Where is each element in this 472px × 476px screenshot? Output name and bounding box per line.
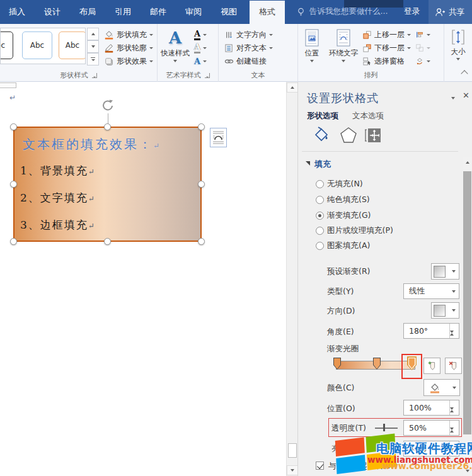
shape-style-gallery[interactable]: Abc Abc Abc xyxy=(0,28,86,64)
stop-color-dropdown[interactable] xyxy=(423,379,460,396)
gallery-more-button[interactable] xyxy=(87,53,99,65)
scroll-up-button[interactable] xyxy=(463,157,472,167)
dialog-launcher-icon[interactable] xyxy=(205,73,210,78)
group-label-wordart: 艺术字样式 xyxy=(158,71,218,80)
person-plus-icon xyxy=(435,7,446,18)
tab-review[interactable]: 审阅 xyxy=(183,6,204,24)
radio-no-fill[interactable] xyxy=(316,180,324,188)
text-outline-button[interactable]: A xyxy=(194,42,207,54)
radio-picture-fill[interactable] xyxy=(316,227,324,235)
size-button[interactable]: 大小 xyxy=(445,27,471,69)
fill-section-header[interactable]: 填充 xyxy=(314,159,331,170)
group-objects-button[interactable] xyxy=(415,42,430,54)
resize-handle-n[interactable] xyxy=(104,123,111,130)
gradient-angle-label: 角度(E) xyxy=(327,327,354,337)
resize-handle-sw[interactable] xyxy=(10,238,17,245)
scroll-down-button[interactable] xyxy=(287,465,298,475)
pane-menu-arrow-icon[interactable] xyxy=(451,97,455,99)
pane-scrollbar[interactable] xyxy=(463,157,472,476)
spinner-buttons[interactable] xyxy=(449,421,459,435)
send-backward-button[interactable]: 下移一层 xyxy=(362,42,411,54)
resize-handle-ne[interactable] xyxy=(198,123,205,130)
tab-mailings[interactable]: 邮件 xyxy=(147,6,169,24)
slider-knob[interactable] xyxy=(385,445,387,452)
gradient-direction-dropdown[interactable] xyxy=(431,302,459,319)
scroll-down-button[interactable] xyxy=(463,466,472,476)
scrollbar-thumb[interactable] xyxy=(463,171,471,434)
pane-tab-shape-options[interactable]: 形状选项 xyxy=(307,111,338,122)
resize-handle-se[interactable] xyxy=(198,238,205,245)
gradient-direction-label: 方向(D) xyxy=(327,306,355,317)
gallery-item[interactable]: Abc xyxy=(0,31,13,59)
tab-layout[interactable]: 布局 xyxy=(77,6,98,24)
dropdown-arrow-icon xyxy=(173,60,177,62)
resize-handle-w[interactable] xyxy=(10,181,17,188)
wrap-text-button[interactable]: 环绕文字 xyxy=(326,27,361,69)
effects-category-icon[interactable] xyxy=(338,125,359,146)
gradient-type-dropdown[interactable]: 线性 xyxy=(403,283,459,299)
send-backward-label: 下移一层 xyxy=(374,43,405,54)
shape-effects-button[interactable]: 形状效果 xyxy=(104,55,153,68)
text-effects-button[interactable]: A xyxy=(194,55,207,68)
dialog-launcher-icon[interactable] xyxy=(92,73,97,78)
spinner-buttons[interactable] xyxy=(449,324,459,338)
selected-textbox[interactable]: 文本框的填充效果：↵ 1、背景填充↵ 2、文字填充↵ 3、边框填充↵ xyxy=(13,127,202,242)
position-spinbox[interactable]: 100% xyxy=(403,400,459,416)
position-button[interactable]: 位置 xyxy=(298,27,326,69)
create-link-button[interactable]: 创建链接 xyxy=(224,55,273,68)
section-expanded-icon[interactable] xyxy=(306,161,310,166)
remove-gradient-stop-button[interactable] xyxy=(445,358,462,374)
pane-tab-text-options[interactable]: 文本选项 xyxy=(352,111,384,122)
resize-handle-e[interactable] xyxy=(198,181,205,188)
spinner-buttons[interactable] xyxy=(449,441,459,456)
add-gradient-stop-button[interactable] xyxy=(423,358,440,374)
radio-solid-fill[interactable] xyxy=(316,196,324,204)
brightness-spinbox[interactable]: 40% xyxy=(403,441,459,456)
gallery-scroll-down[interactable] xyxy=(87,40,99,53)
slider-knob[interactable] xyxy=(383,424,385,431)
resize-handle-s[interactable] xyxy=(104,238,111,245)
rotate-objects-button[interactable] xyxy=(415,55,430,68)
text-direction-button[interactable]: 文字方向 xyxy=(224,28,273,41)
document-canvas[interactable]: ↵ 文本框的填充效果：↵ 1、背景填充↵ 2、文字填充↵ 3、边框填充↵ xyxy=(0,82,298,476)
gallery-scroll-up[interactable] xyxy=(87,28,99,40)
tell-me-box[interactable]: 告诉我您想要做什么... xyxy=(294,6,390,24)
preset-gradient-dropdown[interactable] xyxy=(431,263,459,280)
brightness-slider[interactable] xyxy=(375,445,398,452)
tab-references[interactable]: 引用 xyxy=(112,6,134,24)
gallery-item[interactable]: Abc xyxy=(22,31,52,59)
tab-design[interactable]: 设计 xyxy=(42,6,63,24)
selection-pane-button[interactable]: 选择窗格 xyxy=(362,55,411,68)
transparency-spinbox[interactable]: 50% xyxy=(403,420,459,436)
transparency-slider[interactable] xyxy=(375,424,398,431)
scrollbar-thumb[interactable] xyxy=(288,443,297,458)
radio-gradient-fill[interactable] xyxy=(316,212,324,220)
rotate-with-shape-checkbox[interactable] xyxy=(316,462,324,470)
tab-view[interactable]: 视图 xyxy=(218,6,239,24)
sign-in-button[interactable]: 登录 xyxy=(404,6,420,24)
layout-options-button[interactable] xyxy=(210,128,227,147)
bring-forward-button[interactable]: 上移一层 xyxy=(362,28,411,41)
radio-pattern-fill[interactable] xyxy=(316,242,324,250)
document-scrollbar[interactable] xyxy=(286,82,298,476)
align-objects-button[interactable] xyxy=(415,28,430,41)
chain-link-icon xyxy=(224,57,234,66)
align-text-button[interactable]: 对齐文本 xyxy=(224,42,273,54)
tab-insert[interactable]: 插入 xyxy=(6,6,28,24)
rotate-handle[interactable] xyxy=(100,98,115,113)
resize-handle-nw[interactable] xyxy=(10,123,17,130)
gallery-item[interactable]: Abc xyxy=(59,31,86,59)
layout-properties-category-icon[interactable] xyxy=(364,126,383,145)
text-fill-button[interactable]: A xyxy=(194,28,207,41)
spinner-buttons[interactable] xyxy=(449,400,459,415)
tab-format-active[interactable]: 格式 xyxy=(250,1,285,24)
position-value: 100% xyxy=(409,403,449,412)
angle-spinbox[interactable]: 180° xyxy=(403,323,459,339)
shape-fill-button[interactable]: 形状填充 xyxy=(104,28,153,41)
scroll-up-button[interactable] xyxy=(287,82,298,93)
quick-styles-button[interactable]: A 快速样式 xyxy=(158,27,193,69)
fill-line-category-icon[interactable] xyxy=(311,125,331,146)
shape-outline-button[interactable]: 形状轮廓 xyxy=(104,42,153,54)
share-button[interactable]: 共享 xyxy=(429,0,472,24)
pane-close-button[interactable]: ✕ xyxy=(463,91,469,100)
